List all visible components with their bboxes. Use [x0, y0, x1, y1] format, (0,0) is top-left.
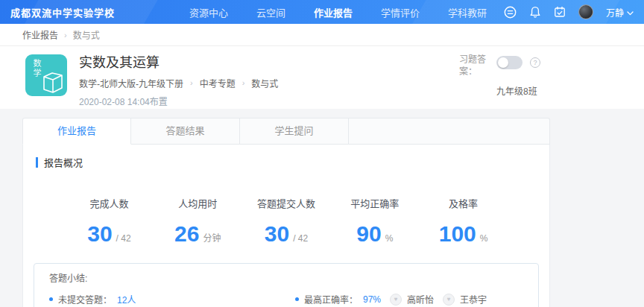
- report-panel: 报告概况 完成人数 30/ 42 人均用时 26分钟 答题提交人数 30/ 42…: [22, 145, 550, 307]
- nav-learning-evaluation[interactable]: 学情评价: [381, 5, 420, 19]
- stat-suffix: / 42: [116, 233, 131, 244]
- answer-toggle-block: 习题答案： ? 九年级8班: [459, 54, 558, 97]
- student-name[interactable]: 王恭宇: [460, 293, 487, 306]
- homework-info: 实数及其运算 数学-北师大版-九年级下册 › 中考专题 › 数与式 2020-0…: [79, 54, 278, 109]
- stat-value: 30: [265, 221, 289, 246]
- breadcrumb: 作业报告 › 数与式: [0, 24, 644, 46]
- breadcrumb-homework-report[interactable]: 作业报告: [22, 28, 58, 41]
- answer-summary-box: 答题小结: 未提交答题：12人 没有已交卷学生正确率低于60% 最高正确: [34, 263, 539, 307]
- stat-value: 26: [174, 221, 199, 246]
- summary-right-column: 最高正确率：97% ♥ 高昕怡 ♥ 王恭宇 最低正确率：74% 陈澍雨: [295, 291, 528, 307]
- page-body: 作业报告 答题结果 学生提问 报告概况 完成人数 30/ 42 人均用时 26分…: [0, 109, 644, 307]
- homework-header-card: 数学 实数及其运算 数学-北师大版-九年级下册 › 中考专题 › 数与式 202…: [0, 46, 644, 109]
- nav-homework-report[interactable]: 作业报告: [314, 5, 353, 19]
- summary-title: 答题小结:: [49, 271, 528, 284]
- homework-title: 实数及其运算: [79, 55, 278, 72]
- class-selector[interactable]: 九年级8班: [496, 84, 558, 97]
- stat-pass-rate: 及格率 100%: [419, 196, 508, 247]
- main-nav: 资源中心 云空间 作业报告 学情评价 学科教研: [189, 5, 487, 19]
- student-avatar-icon: ♥: [390, 294, 402, 306]
- tab-student-questions[interactable]: 学生提问: [240, 118, 349, 145]
- user-menu[interactable]: 万静: [606, 5, 634, 19]
- stat-average-time: 人均用时 26分钟: [154, 196, 242, 247]
- summary-left-column: 未提交答题：12人 没有已交卷学生正确率低于60%: [49, 291, 295, 307]
- homework-assigned-date: 2020-02-08 14:04布置: [79, 95, 278, 107]
- highest-accuracy-value: 97%: [363, 294, 381, 305]
- nav-cloud-space[interactable]: 云空间: [256, 5, 285, 19]
- breadcrumb-separator: ›: [64, 31, 67, 39]
- stat-value: 90: [356, 221, 381, 246]
- path-separator: ›: [242, 78, 245, 87]
- subject-math-icon: 数学: [25, 54, 67, 96]
- answer-toggle-switch[interactable]: [496, 56, 523, 69]
- stat-completed-count: 完成人数 30/ 42: [65, 196, 154, 247]
- homework-path-section: 中考专题: [200, 77, 236, 89]
- toggle-knob: [498, 57, 508, 68]
- stat-suffix: %: [385, 233, 394, 244]
- homework-path-book: 数学-北师大版-九年级下册: [79, 77, 183, 89]
- answer-toggle-label: 习题答案：: [459, 54, 489, 77]
- user-avatar[interactable]: [578, 4, 593, 19]
- report-tabs: 作业报告 答题结果 学生提问: [22, 118, 550, 145]
- tab-homework-report[interactable]: 作业报告: [22, 118, 131, 145]
- top-navbar: 成都双流中学实验学校 资源中心 云空间 作业报告 学情评价 学科教研 万静: [0, 0, 644, 24]
- bullet-dot-icon: [295, 297, 299, 301]
- nav-resource-center[interactable]: 资源中心: [189, 5, 228, 19]
- help-question-icon[interactable]: ?: [530, 57, 540, 68]
- homework-path-topic: 数与式: [251, 77, 278, 89]
- stat-submitted-count: 答题提交人数 30/ 42: [242, 196, 331, 247]
- user-name: 万静: [606, 6, 624, 19]
- school-name: 成都双流中学实验学校: [10, 5, 115, 19]
- summary-item-unsubmitted: 未提交答题：12人: [49, 291, 295, 307]
- stats-row: 完成人数 30/ 42 人均用时 26分钟 答题提交人数 30/ 42 平均正确…: [34, 196, 539, 247]
- stat-suffix: %: [480, 233, 488, 244]
- breadcrumb-current: 数与式: [73, 28, 100, 41]
- unsubmitted-count: 12人: [117, 293, 136, 306]
- cube-icon: [40, 68, 65, 95]
- stat-average-accuracy: 平均正确率 90%: [330, 196, 419, 247]
- calendar-check-icon[interactable]: [554, 6, 566, 18]
- tab-answer-results[interactable]: 答题结果: [131, 118, 240, 145]
- path-separator: ›: [190, 78, 193, 87]
- chevron-down-icon: [627, 5, 634, 19]
- section-title: 报告概况: [44, 155, 83, 169]
- bullet-dot-icon: [49, 297, 53, 301]
- student-avatar-icon: ♥: [443, 294, 455, 306]
- stat-suffix: / 42: [293, 233, 308, 244]
- navbar-right-tools: 万静: [504, 4, 634, 19]
- stat-value: 100: [439, 221, 476, 246]
- summary-grid: 未提交答题：12人 没有已交卷学生正确率低于60% 最高正确率：97% ♥ 高昕…: [49, 291, 528, 307]
- tab-strip-filler: [349, 118, 550, 145]
- report-overview-header: 报告概况: [36, 155, 539, 169]
- bell-icon[interactable]: [529, 6, 541, 19]
- summary-item-highest-accuracy: 最高正确率：97% ♥ 高昕怡 ♥ 王恭宇: [295, 291, 528, 307]
- feedback-lines-icon[interactable]: [504, 6, 517, 19]
- stat-suffix: 分钟: [203, 233, 221, 244]
- nav-subject-research[interactable]: 学科教研: [448, 5, 487, 19]
- section-accent-bar: [36, 157, 38, 168]
- stat-value: 30: [87, 221, 112, 246]
- homework-path: 数学-北师大版-九年级下册 › 中考专题 › 数与式: [79, 77, 278, 89]
- student-name[interactable]: 高昕怡: [407, 293, 434, 306]
